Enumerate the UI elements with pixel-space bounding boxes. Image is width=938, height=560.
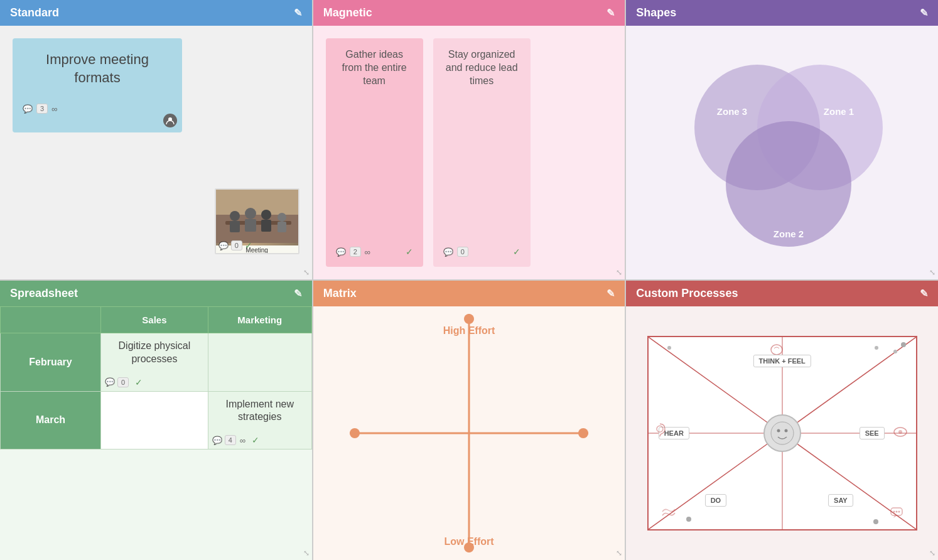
cell-march-sales[interactable] — [101, 391, 208, 450]
photo-badge: 0 — [231, 240, 242, 250]
standard-sticky-note[interactable]: Improve meeting formats 💬 3 ∞ — [13, 38, 182, 132]
center-face — [763, 414, 801, 452]
shapes-header: Shapes ✎ — [626, 0, 938, 26]
cell-feb-marketing[interactable] — [208, 333, 311, 392]
spreadsheet-title: Spreadsheet — [10, 287, 78, 300]
shapes-body: Zone 3 Zone 1 Zone 2 ⤡ — [626, 26, 938, 279]
cell-feb-icons: 💬 0 ✓ — [105, 377, 143, 387]
cell-check: ✓ — [135, 377, 143, 387]
magnetic-note-1[interactable]: Gather ideas from the entire team 💬 2 ∞ … — [326, 38, 423, 267]
shapes-edit-icon[interactable]: ✎ — [920, 7, 928, 19]
march-check: ✓ — [252, 435, 259, 445]
dot-left — [350, 428, 360, 438]
ear-icon — [654, 423, 666, 440]
photo-image — [216, 190, 298, 245]
svg-rect-7 — [245, 219, 256, 232]
col-header-sales: Sales — [101, 307, 208, 333]
custom-processes-panel: Custom Processes ✎ — [626, 281, 938, 560]
photo-check-icon: ✓ — [245, 240, 252, 250]
dot-right — [578, 428, 588, 438]
cell-march-marketing[interactable]: Implement new strategies 💬 4 ∞ ✓ — [208, 391, 311, 450]
svg-point-32 — [893, 511, 895, 513]
custom-resize-handle[interactable]: ⤡ — [929, 549, 935, 557]
march-badge: 4 — [225, 435, 236, 445]
magnetic-note-1-icons: 💬 2 ∞ ✓ — [336, 247, 413, 257]
cell-feb-sales[interactable]: Digitize physical processes 💬 0 ✓ — [101, 333, 208, 392]
matrix-edit-icon[interactable]: ✎ — [606, 288, 615, 299]
matrix-container: High Effort Low Effort — [313, 306, 625, 560]
shapes-title: Shapes — [636, 6, 676, 19]
eye-icon — [893, 427, 907, 439]
empathy-map: THINK + FEEL HEAR SEE — [647, 336, 917, 530]
matrix-v-line — [468, 314, 470, 552]
em-dot-top-left — [667, 346, 671, 350]
matrix-body: High Effort Low Effort ⤡ — [313, 306, 625, 560]
svg-point-26 — [784, 429, 787, 433]
venn-diagram: Zone 3 Zone 1 Zone 2 — [676, 52, 889, 253]
svg-text:Zone 1: Zone 1 — [823, 106, 853, 117]
dot-bottom — [464, 542, 474, 552]
svg-point-33 — [895, 511, 897, 513]
matrix-panel: Matrix ✎ High Effort Low Effort — [313, 281, 625, 560]
dot-top — [464, 314, 474, 324]
standard-title: Standard — [10, 6, 59, 19]
spreadsheet-edit-icon[interactable]: ✎ — [294, 288, 302, 299]
magnetic-body: Gather ideas from the entire team 💬 2 ∞ … — [313, 26, 625, 279]
comment-icon-2: 💬 — [443, 247, 453, 257]
see-label: SEE — [860, 427, 885, 439]
magnetic-note-2[interactable]: Stay organized and reduce lead times 💬 0… — [433, 38, 531, 267]
row-label-february: February — [1, 333, 101, 392]
cell-march-marketing-text: Implement new strategies — [213, 398, 306, 424]
custom-edit-icon[interactable]: ✎ — [920, 288, 928, 299]
standard-resize-handle[interactable]: ⤡ — [303, 268, 310, 277]
custom-body: THINK + FEEL HEAR SEE — [626, 306, 938, 560]
spreadsheet-resize-handle[interactable]: ⤡ — [303, 549, 310, 557]
speech-icon — [890, 507, 903, 520]
svg-point-29 — [898, 430, 902, 434]
standard-panel: Standard ✎ Improve meeting formats 💬 3 ∞ — [0, 0, 312, 279]
svg-rect-11 — [278, 222, 286, 232]
spreadsheet-panel: Spreadsheet ✎ Sales Marketing February D… — [0, 281, 312, 560]
svg-rect-2 — [216, 215, 299, 243]
table-row-february: February Digitize physical processes 💬 0… — [1, 333, 312, 392]
march-link-icon: ∞ — [240, 436, 245, 445]
svg-point-6 — [245, 208, 256, 219]
magnetic-resize-handle[interactable]: ⤡ — [616, 268, 622, 277]
matrix-title: Matrix — [323, 287, 357, 300]
comment-icon: 💬 — [23, 104, 33, 114]
meeting-photo[interactable]: Meeting 💬 0 ✓ — [215, 188, 299, 254]
custom-header: Custom Processes ✎ — [626, 281, 938, 306]
comment-icon-1: 💬 — [336, 247, 346, 257]
svg-point-24 — [771, 422, 794, 444]
svg-point-4 — [230, 211, 240, 221]
spreadsheet-header: Spreadsheet ✎ — [0, 281, 312, 306]
svg-point-8 — [261, 210, 271, 220]
spreadsheet-table: Sales Marketing February Digitize physic… — [0, 306, 312, 450]
main-grid: Standard ✎ Improve meeting formats 💬 3 ∞ — [0, 0, 938, 560]
row-label-march: March — [1, 391, 101, 450]
magnetic-edit-icon[interactable]: ✎ — [606, 7, 615, 19]
avatar — [163, 114, 177, 127]
magnetic-header: Magnetic ✎ — [313, 0, 625, 26]
magnetic-title: Magnetic — [323, 6, 372, 19]
cell-march-icons: 💬 4 ∞ ✓ — [212, 435, 259, 445]
shapes-resize-handle[interactable]: ⤡ — [929, 268, 935, 277]
standard-body: Improve meeting formats 💬 3 ∞ — [0, 26, 312, 279]
svg-point-10 — [278, 213, 286, 222]
svg-line-18 — [649, 337, 782, 433]
magnetic-note-1-text: Gather ideas from the entire team — [336, 48, 413, 242]
col-header-empty — [1, 307, 101, 333]
svg-rect-9 — [261, 220, 271, 232]
standard-edit-icon[interactable]: ✎ — [294, 7, 302, 19]
think-feel-label: THINK + FEEL — [753, 355, 811, 367]
link-icon: ∞ — [51, 104, 57, 114]
matrix-resize-handle[interactable]: ⤡ — [616, 549, 622, 557]
table-row-march: March Implement new strategies 💬 4 ∞ ✓ — [1, 391, 312, 450]
svg-point-25 — [777, 429, 780, 433]
badge-1: 2 — [350, 247, 361, 257]
matrix-header: Matrix ✎ — [313, 281, 625, 306]
check-1: ✓ — [406, 247, 413, 257]
em-dot-2 — [893, 350, 897, 353]
cell-comment-icon: 💬 — [105, 377, 115, 387]
em-dot-top-right — [875, 346, 878, 350]
